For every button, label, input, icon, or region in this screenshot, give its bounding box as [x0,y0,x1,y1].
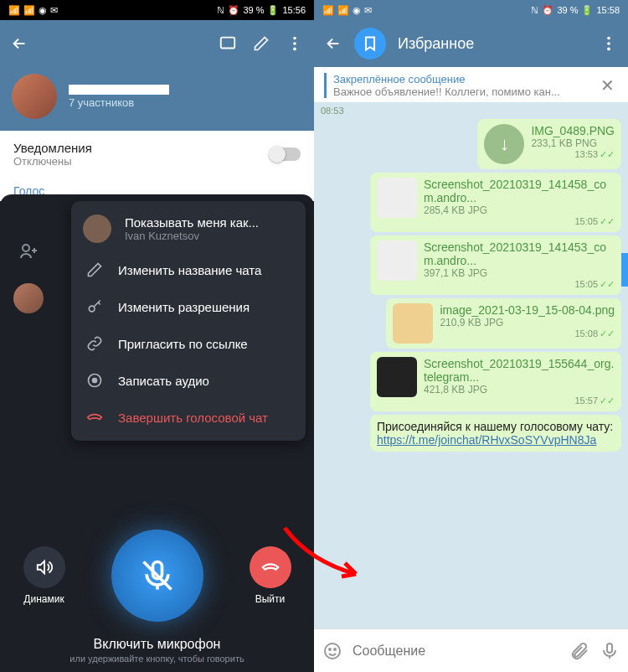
message-file[interactable]: Screenshot_20210319_141458_com.andro... … [321,173,621,232]
group-avatar [12,74,57,119]
menu-permissions[interactable]: Изменить разрешения [71,288,306,325]
svg-point-11 [607,48,610,51]
menu-invite[interactable]: Пригласить по ссылке [71,325,306,362]
voice-controls: Динамик Выйти [0,530,314,622]
svg-point-3 [293,48,296,51]
user-avatar [83,215,111,243]
clock: 15:56 [282,5,306,15]
file-thumb [377,178,417,218]
svg-point-2 [293,42,296,45]
svg-point-1 [293,37,296,40]
svg-point-10 [607,42,610,45]
message-file[interactable]: Screenshot_20210319_155644_org.telegram.… [321,352,621,411]
phone-right-saved: 📶📶◉✉ ℕ⏰39 %🔋15:58 Избранное Закреплённое… [314,0,628,672]
read-ticks-icon: ✓✓ [600,328,615,339]
close-icon[interactable]: ✕ [597,72,618,99]
menu-show-as[interactable]: Показывать меня как... Ivan Kuznetsov [71,206,306,251]
show-as-name: Ivan Kuznetsov [125,230,259,242]
show-as-label: Показывать меня как... [125,215,259,230]
key-icon [86,298,105,315]
svg-point-4 [23,245,29,251]
notifications-row[interactable]: Уведомления Отключены [0,131,314,178]
file-thumb [377,240,417,281]
add-participant-icon[interactable] [13,236,44,266]
status-bar: 📶📶◉✉ ℕ⏰39 %🔋15:56 [0,0,314,20]
pinned-bar [324,73,327,98]
participants-count: 7 участников [69,96,169,109]
compose-bar [314,628,628,672]
message-file[interactable]: image_2021-03-19_15-08-04.png 210,9 KB J… [321,298,621,349]
message-time: 08:53 [321,106,616,116]
voice-chat-menu: Показывать меня как... Ivan Kuznetsov Из… [71,201,306,441]
read-ticks-icon: ✓✓ [600,395,615,406]
attach-icon[interactable] [569,641,589,661]
svg-rect-16 [607,644,612,653]
chat-header: Избранное [314,20,628,67]
status-bar: 📶📶◉✉ ℕ⏰39 %🔋15:58 [314,0,628,20]
svg-point-15 [334,649,336,650]
svg-point-9 [607,37,610,40]
svg-rect-0 [221,38,235,49]
more-icon[interactable] [286,34,304,53]
notif-toggle[interactable] [270,147,301,161]
pencil-icon [86,261,105,278]
svg-point-5 [89,306,95,312]
phone-left-voice-chat: 📶📶◉✉ ℕ⏰39 %🔋15:56 7 участников Уведомлен… [0,0,314,672]
chat-title[interactable]: Избранное [398,35,588,53]
link-icon [86,335,105,352]
battery-text: 39 % [557,5,578,15]
mic-footer: Включить микрофон или удерживайте кнопку… [0,637,314,664]
group-header [0,20,314,67]
invite-link[interactable]: https://t.me/joinchat/RHvxSoSYVvpHN8Ja [377,433,596,447]
read-ticks-icon: ✓✓ [600,149,615,160]
chat-icon[interactable] [219,34,237,53]
battery-text: 39 % [243,5,264,15]
group-profile[interactable]: 7 участников [0,67,314,131]
voice-chat-sheet: Показывать меня как... Ivan Kuznetsov Из… [0,194,314,672]
read-ticks-icon: ✓✓ [600,216,615,227]
svg-point-7 [93,379,97,383]
record-icon [86,372,105,389]
leave-button[interactable]: Выйти [250,546,291,605]
svg-point-13 [325,644,340,659]
participant-avatar[interactable] [13,283,44,313]
message-link[interactable]: Присоединяйся к нашему голосовому чату: … [321,415,621,452]
message-input[interactable] [353,644,559,659]
clock: 15:58 [596,5,620,15]
sticker-icon[interactable] [322,641,342,661]
svg-point-14 [329,649,331,650]
file-thumb [377,357,417,397]
notif-sub: Отключены [13,155,92,168]
download-icon[interactable]: ↓ [484,124,524,164]
read-ticks-icon: ✓✓ [600,279,615,290]
pinned-message[interactable]: Закреплённое сообщение Важное объявление… [314,67,628,105]
message-file[interactable]: Screenshot_20210319_141453_com.andro... … [321,235,621,295]
message-file[interactable]: ↓ IMG_0489.PNG 233,1 KB PNG 13:53✓✓ [321,119,621,169]
back-icon[interactable] [324,34,342,53]
file-thumb [393,303,433,344]
mic-button[interactable] [111,530,203,622]
group-name-redacted [69,85,169,95]
saved-messages-icon[interactable] [354,28,386,59]
more-icon[interactable] [600,34,618,53]
chat-messages[interactable]: 08:53 ↓ IMG_0489.PNG 233,1 KB PNG 13:53✓… [314,102,628,628]
hangup-icon [86,409,105,426]
menu-record[interactable]: Записать аудио [71,362,306,399]
mic-icon[interactable] [600,641,620,661]
menu-rename[interactable]: Изменить название чата [71,251,306,288]
speaker-button[interactable]: Динамик [23,546,65,605]
edit-icon[interactable] [252,34,270,53]
back-icon[interactable] [10,34,28,53]
menu-end-chat[interactable]: Завершить голосовой чат [71,399,306,436]
notif-title: Уведомления [13,141,92,155]
